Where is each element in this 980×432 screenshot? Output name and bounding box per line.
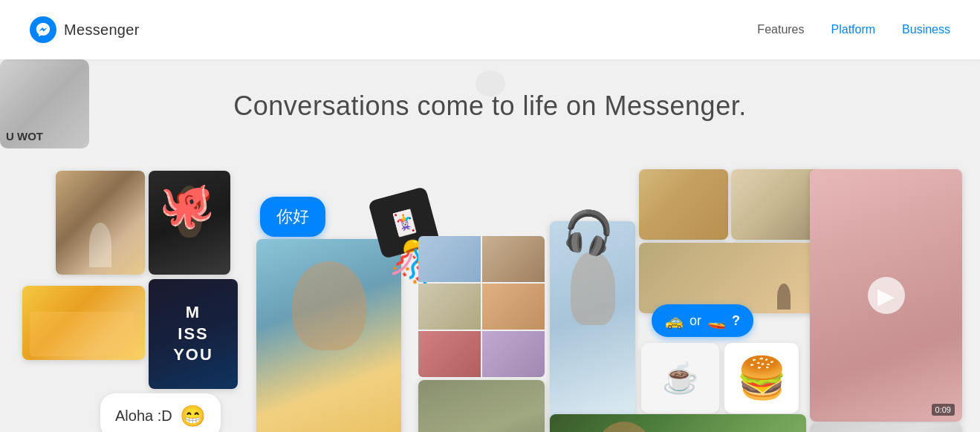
taxi-emoji: 🚕 [665, 312, 684, 330]
hero-title: Conversations come to life on Messenger. [0, 91, 980, 122]
chinese-greeting-bubble: 你好 [260, 197, 325, 237]
burger-tile: 🍔 [724, 343, 799, 413]
uwot-label: U WOT [6, 130, 43, 143]
landscape-photo-3 [639, 243, 820, 313]
or-label: or [689, 313, 701, 329]
nav-features[interactable]: Features [757, 23, 804, 36]
logo-text: Messenger [64, 22, 140, 39]
woman-photo [550, 414, 806, 432]
car-photo [418, 380, 545, 432]
nav-business[interactable]: Business [902, 23, 950, 36]
landscape-photo-2 [731, 169, 820, 240]
aloha-chat-bubble: Aloha :D 😁 [100, 393, 221, 432]
landscape-photo-1 [639, 169, 728, 240]
logo-area[interactable]: Messenger [30, 16, 140, 43]
skater-photo [56, 171, 145, 275]
grid-cell-1 [418, 236, 481, 282]
miss-you-photo: MISSYOU [149, 279, 238, 389]
headphones-sticker: 🎧 [559, 204, 618, 261]
taxi-chat-bubble: 🚕 or 🚤 ? [652, 304, 753, 337]
header: Messenger Features Platform Business [0, 0, 980, 59]
main-nav: Features Platform Business [757, 23, 950, 36]
bike-photo [810, 423, 962, 432]
friends-photo [22, 286, 145, 360]
coffee-emoji: ☕ [662, 361, 699, 396]
boat-emoji: 🚤 [707, 312, 726, 330]
grid-cell-4 [482, 284, 545, 330]
chinese-greeting-text: 你好 [276, 207, 309, 226]
grid-cell-6 [482, 331, 545, 377]
grid-cell-2 [482, 236, 545, 282]
hero-section: Conversations come to life on Messenger.… [0, 59, 980, 432]
question-mark: ? [732, 313, 740, 329]
child-photo [256, 239, 401, 432]
video-duration: 0:09 [932, 404, 955, 416]
nav-platform[interactable]: Platform [831, 23, 876, 36]
monster-sticker: 🐙 [155, 174, 224, 243]
photo-grid [418, 236, 545, 377]
miss-you-text: MISSYOU [173, 302, 213, 366]
play-icon[interactable]: ▶ [877, 283, 895, 309]
burger-emoji: 🍔 [736, 354, 788, 402]
grid-cell-5 [418, 331, 481, 377]
ocean-video-tile[interactable]: ▶ 0:09 [810, 169, 962, 422]
grid-cell-3 [418, 284, 481, 330]
aloha-text: Aloha :D [115, 408, 172, 425]
coffee-tile: ☕ [641, 343, 719, 413]
messenger-logo-icon [30, 16, 56, 43]
grin-emoji: 😁 [180, 404, 206, 428]
